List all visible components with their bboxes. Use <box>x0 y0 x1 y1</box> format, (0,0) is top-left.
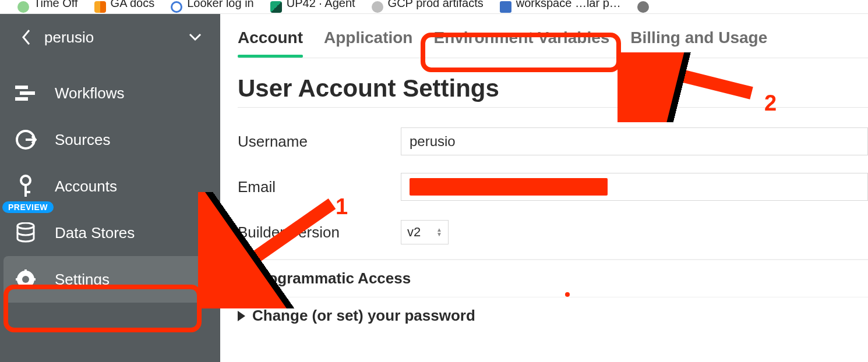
chevron-down-icon[interactable] <box>186 29 204 46</box>
sidebar-account-name: perusio <box>36 29 186 47</box>
tab-account[interactable]: Account <box>238 23 303 56</box>
sidebar-item-datastores[interactable]: PREVIEW Data Stores <box>0 210 220 256</box>
disclosure-label: Change (or set) your password <box>252 307 475 325</box>
row-email: Email <box>238 168 868 205</box>
svg-point-5 <box>21 176 30 185</box>
key-icon <box>13 173 38 199</box>
bookmark-icon <box>500 1 511 13</box>
svg-rect-2 <box>15 97 28 101</box>
workflows-icon <box>13 80 38 106</box>
input-username[interactable] <box>401 127 868 155</box>
bookmark-item[interactable]: Looker log in <box>171 0 254 13</box>
bookmark-item[interactable]: UP42 · Agent <box>270 0 355 13</box>
redacted-email <box>410 178 608 196</box>
bookmark-label: UP42 · Agent <box>287 0 355 10</box>
sidebar-item-label: Data Stores <box>55 224 135 242</box>
bookmark-icon <box>372 1 383 13</box>
sidebar-item-sources[interactable]: Sources <box>0 116 220 163</box>
bookmark-icon <box>270 1 282 13</box>
tab-billing-usage[interactable]: Billing and Usage <box>630 23 767 56</box>
disclosure-programmatic-access[interactable]: Programmatic Access <box>238 260 868 297</box>
bookmark-label: workspace …lar p… <box>516 0 621 10</box>
label-builder-version: Builder Version <box>238 223 401 242</box>
sidebar-nav: Workflows Sources <box>0 61 220 303</box>
sidebar: perusio Workflows <box>0 14 220 362</box>
bookmark-bar: Time Off GA docs Looker log in UP42 · Ag… <box>0 0 868 13</box>
sidebar-header[interactable]: perusio <box>0 14 220 61</box>
svg-rect-11 <box>24 269 27 274</box>
label-email: Email <box>238 178 401 196</box>
select-value: v2 <box>407 225 421 240</box>
select-builder-version[interactable]: v2 ▲▼ <box>401 220 449 244</box>
input-email[interactable] <box>401 173 868 201</box>
sidebar-item-label: Workflows <box>55 84 124 102</box>
bookmark-icon <box>637 1 649 13</box>
bookmark-label: GA docs <box>111 0 155 10</box>
tab-environment-variables[interactable]: Environment Variables <box>433 23 609 56</box>
svg-point-8 <box>17 223 34 229</box>
svg-rect-13 <box>16 278 20 281</box>
tab-application[interactable]: Application <box>324 23 412 56</box>
gear-icon <box>13 267 38 292</box>
bookmark-item[interactable]: GA docs <box>94 0 155 13</box>
svg-rect-14 <box>31 278 36 281</box>
sources-icon <box>13 127 38 152</box>
svg-rect-1 <box>20 91 35 95</box>
annotation-dot <box>565 292 570 297</box>
bookmark-label: GCP prod artifacts <box>388 0 484 10</box>
bookmark-label: Time Off <box>34 0 78 10</box>
main-panel: Account Application Environment Variable… <box>220 14 868 362</box>
sidebar-item-workflows[interactable]: Workflows <box>0 70 220 116</box>
bookmark-label: Looker log in <box>187 0 254 10</box>
svg-rect-0 <box>15 86 28 89</box>
disclosure-label: Programmatic Access <box>252 269 411 288</box>
preview-badge: PREVIEW <box>2 201 54 213</box>
sidebar-item-label: Sources <box>55 131 110 149</box>
disclosure-change-password[interactable]: Change (or set) your password <box>238 297 868 334</box>
page-title: User Account Settings <box>238 74 868 102</box>
bookmark-icon <box>94 1 106 13</box>
sidebar-item-label: Accounts <box>55 178 117 196</box>
bookmark-item[interactable]: Time Off <box>17 0 78 13</box>
stepper-icon: ▲▼ <box>436 228 442 237</box>
tabbar: Account Application Environment Variable… <box>238 21 868 58</box>
row-username: Username <box>238 123 868 160</box>
app-root: perusio Workflows <box>0 13 868 362</box>
sidebar-item-settings[interactable]: Settings <box>3 256 217 303</box>
row-builder-version: Builder Version v2 ▲▼ <box>238 214 868 251</box>
label-username: Username <box>238 133 401 151</box>
bookmark-icon <box>171 1 182 13</box>
triangle-right-icon <box>238 311 245 321</box>
svg-rect-12 <box>24 285 27 289</box>
bookmark-icon <box>17 1 29 13</box>
back-icon[interactable] <box>16 27 36 47</box>
bookmark-item[interactable] <box>637 0 649 13</box>
triangle-right-icon <box>238 274 245 284</box>
bookmark-item[interactable]: workspace …lar p… <box>500 0 621 13</box>
database-icon <box>13 220 38 246</box>
divider <box>238 107 868 108</box>
sidebar-item-label: Settings <box>55 271 110 289</box>
svg-point-10 <box>22 276 29 283</box>
bookmark-item[interactable]: GCP prod artifacts <box>372 0 484 13</box>
